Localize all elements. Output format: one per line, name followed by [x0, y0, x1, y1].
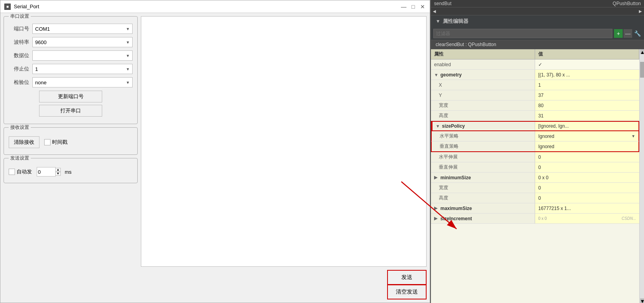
prop-val: 0 — [535, 152, 639, 162]
port-row: 端口号 COM1 ▼ — [9, 24, 133, 34]
vertical-scrollbar[interactable]: ▲ ▼ — [639, 49, 644, 303]
main-content-area: 发送 清空发送 — [141, 16, 427, 299]
title-bar-left: ■ Serial_Port — [4, 4, 39, 10]
app-icon: ■ — [4, 4, 11, 10]
timestamp-label: 时间戳 — [52, 139, 67, 146]
clear-receive-button[interactable]: 清除接收 — [9, 136, 39, 148]
open-port-button[interactable]: 打开串口 — [39, 105, 102, 117]
auto-send-label: 自动发 — [17, 168, 32, 175]
table-row[interactable]: ▼geometry [(1, 37), 80 x ... — [431, 70, 639, 80]
prop-val: 37 — [535, 90, 639, 100]
scroll-right-button[interactable]: ▶ — [637, 8, 644, 15]
send-buttons: 发送 清空发送 — [387, 270, 427, 299]
spin-down-button[interactable]: ▼ — [55, 172, 61, 176]
auto-send-value: 0 — [38, 169, 41, 175]
auto-send-spinners: ▲ ▼ — [55, 168, 61, 176]
stopbits-row: 停止位 1 ▼ — [9, 64, 133, 74]
title-bar-controls: — □ ✕ — [401, 4, 426, 10]
databits-label: 数据位 — [9, 52, 29, 59]
scroll-up-button[interactable]: ▲ — [640, 49, 644, 54]
send-area: 发送 清空发送 — [387, 270, 427, 299]
add-property-button[interactable]: + — [614, 29, 623, 38]
receive-text-display[interactable] — [141, 16, 427, 267]
prop-val[interactable]: Ignored ▼ — [535, 131, 638, 141]
dropdown-arrow-icon[interactable]: ▼ — [631, 134, 635, 138]
table-row: 宽度 0 — [431, 183, 639, 193]
stopbits-select[interactable]: 1 ▼ — [32, 64, 133, 74]
send-button[interactable]: 发送 — [387, 270, 427, 285]
settings-button[interactable]: 🔧 — [633, 29, 642, 38]
databits-row: 数据位 ▼ — [9, 50, 133, 61]
prop-key: 垂直伸展 — [431, 162, 535, 172]
remove-property-button[interactable]: — — [623, 29, 632, 38]
serial-settings-title: 串口设置 — [9, 13, 31, 20]
port-select[interactable]: COM1 ▼ — [32, 24, 133, 34]
auto-send-input[interactable]: 0 — [37, 167, 56, 177]
baud-select[interactable]: 9600 ▼ — [32, 37, 133, 47]
minimize-button[interactable]: — — [401, 4, 407, 10]
title-bar: ■ Serial_Port — □ ✕ — [0, 0, 430, 13]
stopbits-label: 停止位 — [9, 65, 29, 72]
scroll-down-button[interactable]: ▼ — [640, 298, 644, 303]
prop-key: 垂直策略 — [432, 141, 535, 151]
stopbits-arrow-icon: ▼ — [126, 67, 130, 71]
prop-val: 31 — [535, 111, 639, 121]
auto-send-checkbox-label[interactable]: 自动发 — [9, 168, 32, 175]
filter-row: + — 🔧 — [431, 27, 644, 40]
ms-label: ms — [65, 169, 71, 175]
table-row: Y 37 — [431, 90, 639, 100]
prop-val: 0 — [535, 162, 639, 172]
table-row[interactable]: ▶sizeIncrement 0 x 0CSDN... — [431, 214, 639, 224]
horizontal-policy-value: Ignored — [538, 134, 554, 139]
stopbits-value: 1 — [35, 66, 38, 72]
parity-label: 检验位 — [9, 79, 29, 86]
prop-val: Ignored — [535, 141, 638, 151]
close-button[interactable]: ✕ — [419, 4, 426, 10]
prop-val: 0 x 0 — [535, 173, 639, 182]
refresh-port-button[interactable]: 更新端口号 — [39, 91, 102, 102]
baud-label: 波特率 — [9, 39, 29, 46]
maximize-button[interactable]: □ — [410, 4, 416, 10]
prop-key: 高度 — [431, 193, 535, 203]
send-settings-group: 发送设置 自动发 0 ▲ ▼ ms — [4, 158, 138, 183]
prop-key: 宽度 — [431, 183, 535, 193]
prop-val: [Ignored, Ign... — [535, 122, 638, 130]
port-label: 端口号 — [9, 25, 29, 32]
scroll-left-button[interactable]: ◀ — [431, 8, 438, 15]
prop-val: 16777215 x 1... — [535, 203, 639, 213]
table-row[interactable]: ▶minimumSize 0 x 0 — [431, 173, 639, 183]
parity-row: 检验位 none ▼ — [9, 77, 133, 87]
table-row[interactable]: ▶maximumSize 16777215 x 1... — [431, 203, 639, 214]
parity-select[interactable]: none ▼ — [32, 77, 133, 87]
left-panels: 串口设置 端口号 COM1 ▼ 波特率 9600 ▼ — [4, 16, 138, 299]
prop-key: 宽度 — [431, 100, 535, 110]
scroll-arrows-bar: ◀ ▶ — [431, 7, 644, 15]
filter-input[interactable] — [433, 29, 612, 38]
props-top-left: sendBut — [434, 1, 451, 6]
timestamp-checkbox-label[interactable]: 时间戳 — [44, 139, 67, 146]
prop-key: ▼geometry — [431, 70, 535, 80]
databits-select[interactable]: ▼ — [32, 50, 133, 61]
props-section-label: 属性编辑器 — [443, 18, 468, 25]
timestamp-checkbox[interactable] — [44, 139, 51, 145]
expand-icon: ▼ — [436, 124, 440, 128]
table-row: 宽度 80 — [431, 100, 639, 111]
table-row: 垂直策略 Ignored — [431, 141, 639, 152]
table-row[interactable]: ▼sizePolicy [Ignored, Ign... — [431, 121, 639, 131]
prop-key: Y — [431, 90, 535, 100]
object-name: clearSendBut : QPushButton — [436, 42, 496, 47]
table-row: 高度 31 — [431, 111, 639, 121]
table-row: X 1 — [431, 80, 639, 90]
prop-val: 0 — [535, 183, 639, 193]
clear-send-button[interactable]: 清空发送 — [387, 284, 427, 299]
window-title: Serial_Port — [14, 4, 39, 9]
dialog-content: 串口设置 端口号 COM1 ▼ 波特率 9600 ▼ — [0, 13, 430, 303]
prop-val: 0 — [535, 193, 639, 203]
scroll-thumb[interactable] — [640, 62, 644, 78]
send-settings-title: 发送设置 — [9, 155, 31, 162]
props-table-header: 属性 值 — [431, 49, 639, 59]
auto-send-input-group: 0 ▲ ▼ — [37, 167, 61, 177]
table-row[interactable]: 水平策略 Ignored ▼ — [431, 131, 639, 141]
auto-send-checkbox[interactable] — [9, 169, 15, 175]
spin-up-button[interactable]: ▲ — [55, 168, 61, 172]
